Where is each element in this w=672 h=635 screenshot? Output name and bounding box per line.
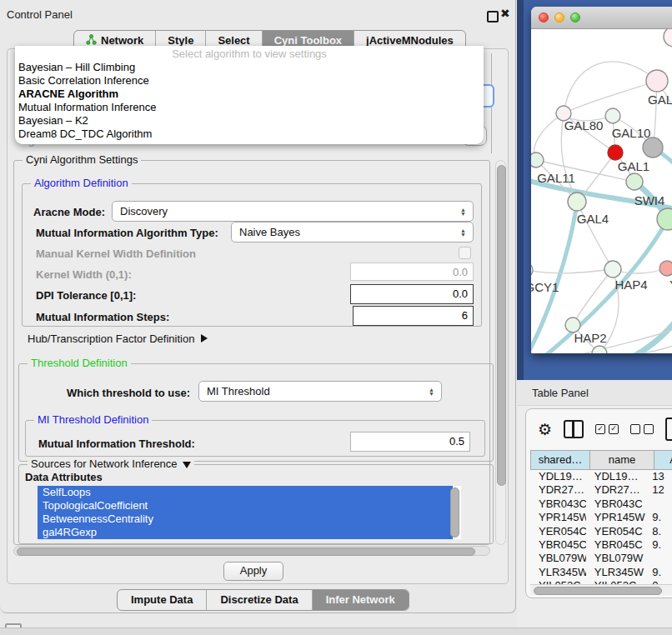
table-row[interactable]: YDL19…YDL19…13 (530, 470, 672, 483)
node-big-right[interactable] (657, 208, 672, 230)
table-horizontal-scrollbar-thumb[interactable] (534, 587, 662, 595)
manual-kernel-width-checkbox[interactable] (459, 247, 471, 259)
algorithm-option-1[interactable]: Basic Correlation Inference (15, 74, 484, 88)
float-window-icon[interactable] (487, 11, 499, 22)
dpi-tolerance-field[interactable]: 0.0 (350, 284, 474, 304)
mi-threshold-field[interactable]: 0.5 (350, 432, 470, 452)
screen: Control Panel ✖ Network Style Select Cyn… (0, 0, 672, 635)
algorithm-definition-title: Algorithm Definition (31, 178, 132, 189)
which-threshold-select[interactable]: MI Threshold ▲▼ (198, 381, 442, 402)
node-gal10[interactable] (605, 108, 620, 123)
tab-infer-network[interactable]: Infer Network (313, 590, 409, 610)
node-pink-top[interactable] (646, 70, 668, 92)
table-body[interactable]: YDL19…YDL19…13YDR27…YDR27…12YBR043CYBR04… (530, 470, 672, 585)
table-toolbar: ⚙ ✓ ✓ (526, 416, 672, 442)
algorithm-option-4[interactable]: Bayesian – K2 (15, 114, 484, 128)
table-row[interactable]: YBL079WYBL079W (530, 552, 672, 565)
close-traffic-light-icon[interactable] (539, 12, 549, 22)
column-header-1[interactable]: name (590, 450, 654, 470)
select-all-columns-control[interactable]: ✓ ✓ (595, 424, 619, 434)
close-icon[interactable]: ✖ (500, 7, 510, 20)
node-label: SWI4 (634, 193, 665, 208)
attribute-item[interactable]: BetweennessCentrality (38, 512, 453, 526)
cyni-algorithm-settings-title: Cyni Algorithm Settings (23, 154, 141, 166)
node-gray[interactable] (643, 138, 663, 158)
unchecked-checkbox-icon (630, 424, 640, 434)
data-attributes-list[interactable]: SelfLoopsTopologicalCoefficientBetweenne… (38, 486, 461, 539)
table-row[interactable]: YER054CYER054C8. (530, 525, 672, 538)
algorithm-option-5[interactable]: Dream8 DC_TDC Algorithm (15, 128, 484, 141)
mi-steps-label: Mutual Information Steps: (36, 311, 169, 323)
apply-button[interactable]: Apply (223, 562, 283, 581)
node-left-green[interactable] (531, 152, 544, 168)
tab-discretize-data[interactable]: Discretize Data (207, 590, 312, 610)
table-horizontal-scrollbar[interactable] (530, 584, 672, 595)
settings-horizontal-scrollbar-thumb[interactable] (17, 548, 475, 556)
table-row[interactable]: YDR27…YDR27…12 (530, 483, 672, 497)
kernel-width-label: Kernel Width (0,1): (36, 268, 132, 281)
table-row[interactable]: YBR043CYBR043C (530, 498, 672, 511)
table-row[interactable]: YLR345WYLR345W9. (530, 566, 672, 579)
table-panel-bar: Table Panel (517, 380, 672, 406)
hidden-combobox-focus-fragment (484, 84, 494, 108)
table-cell (645, 498, 672, 511)
mi-threshold-label: Mutual Information Threshold: (38, 438, 195, 450)
table-cell: YDL19… (530, 470, 586, 483)
node-hap4[interactable] (604, 261, 621, 278)
node-gal4[interactable] (568, 192, 586, 211)
sources-title[interactable]: Sources for Network Inference (28, 458, 194, 470)
attribute-item[interactable]: SelfLoops (38, 486, 453, 499)
zoom-traffic-light-icon[interactable] (570, 12, 580, 22)
node-partial-top[interactable] (664, 29, 672, 47)
network-desktop: GALGAL80GAL10GAL1GAL11SWI4GAL4GCY1HAP4YH… (517, 0, 672, 380)
hub-definition-toggle[interactable]: Hub/Transcription Factor Definition (28, 332, 208, 345)
network-window-titlebar[interactable] (531, 7, 672, 29)
table-row[interactable]: YPR145WYPR145W9. (530, 511, 672, 524)
columns-icon[interactable] (564, 420, 584, 438)
algorithm-dropdown-list: Select algorithm to view settings Bayesi… (15, 46, 484, 144)
mi-algorithm-type-select[interactable]: Naive Bayes ▲▼ (231, 222, 474, 242)
settings-vertical-scrollbar[interactable] (495, 160, 506, 545)
algorithm-option-2[interactable]: ARACNE Algorithm (15, 88, 484, 101)
kernel-width-field[interactable]: 0.0 (350, 262, 474, 281)
table-cell: YBL079W (586, 552, 645, 565)
node-label: GAL10 (612, 126, 651, 140)
network-edge (531, 269, 613, 273)
node-salmon[interactable] (659, 261, 672, 276)
settings-vertical-scrollbar-thumb[interactable] (497, 165, 506, 486)
gear-icon[interactable]: ⚙ (538, 422, 552, 438)
algorithm-option-0[interactable]: Bayesian – Hill Climbing (15, 61, 484, 74)
threshold-definition-title: Threshold Definition (28, 358, 131, 369)
network-canvas[interactable]: GALGAL80GAL10GAL1GAL11SWI4GAL4GCY1HAP4YH… (531, 29, 672, 353)
settings-horizontal-scrollbar[interactable] (13, 546, 490, 556)
attribute-item[interactable]: TopologicalCoefficient (38, 499, 453, 512)
aracne-mode-select[interactable]: Discovery ▲▼ (112, 201, 474, 222)
network-window[interactable]: GALGAL80GAL10GAL1GAL11SWI4GAL4GCY1HAP4YH… (531, 7, 672, 353)
attributes-list-scrollbar[interactable] (450, 488, 459, 538)
tab-impute-data[interactable]: Impute Data (118, 590, 207, 610)
deselect-all-columns-control[interactable] (630, 424, 654, 434)
node-label: GAL (648, 92, 672, 107)
node-red[interactable] (608, 145, 623, 160)
table-cell: 9. (645, 538, 672, 552)
table-header-row[interactable]: shared…nameA (530, 450, 672, 470)
node-label: GAL4 (577, 212, 609, 226)
manual-kernel-width-label: Manual Kernel Width Definition (36, 248, 196, 260)
table-cell: YDR27… (586, 483, 645, 497)
node-gcy1[interactable] (531, 262, 533, 278)
node-gal1[interactable] (626, 173, 643, 190)
attribute-item[interactable]: gal4RGexp (38, 526, 453, 539)
table-cell: YER054C (530, 525, 586, 538)
table-panel-title: Table Panel (532, 387, 589, 399)
mi-steps-field[interactable]: 6 (353, 306, 474, 326)
column-header-0[interactable]: shared… (530, 450, 590, 470)
table-cell: YBR045C (530, 538, 586, 552)
minimize-traffic-light-icon[interactable] (554, 12, 564, 22)
table-cell: YBR043C (586, 498, 645, 511)
table-doc-icon[interactable] (665, 418, 672, 441)
table-row[interactable]: YBR045CYBR045C9. (530, 538, 672, 552)
bottom-tabbar: Impute Data Discretize Data Infer Networ… (117, 589, 409, 611)
column-header-2[interactable]: A (654, 450, 672, 470)
node-label: GCY1 (531, 280, 559, 294)
algorithm-option-3[interactable]: Mutual Information Inference (15, 101, 484, 114)
